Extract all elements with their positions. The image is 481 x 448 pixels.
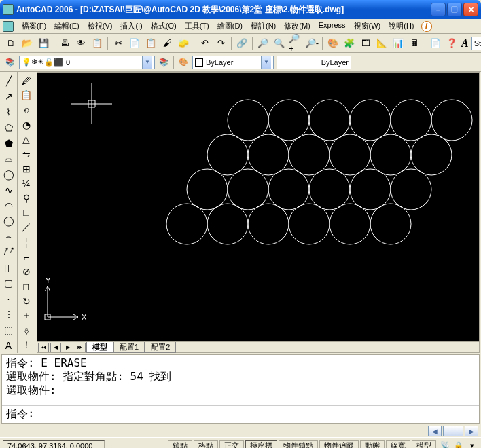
chevron-down-icon[interactable]: ▼ [142,56,152,69]
draw-tool[interactable]: ⋮ [1,307,16,321]
menu-item[interactable]: 編輯(E) [50,20,84,33]
toolbar-button[interactable]: 🔗 [234,36,249,51]
color-combo[interactable]: ByLayer ▼ [192,56,274,69]
toolbar-button[interactable]: 🧽 [176,36,191,51]
toolbar-button[interactable]: ↶ [197,36,212,51]
color-icon[interactable]: 🎨 [176,55,191,70]
toolbar-button[interactable]: 📄 [127,36,142,51]
modify-tool[interactable]: ⚲ [19,191,34,205]
toolbar-button[interactable]: 🗋 [3,36,18,51]
modify-tool[interactable]: ⊓ [19,280,34,293]
draw-tool[interactable]: ↗ [1,90,16,104]
lock-icon[interactable]: 🔒 [452,440,465,449]
textstyle-combo[interactable]: Stand [471,37,481,50]
toolbar-button[interactable]: 🖌 [160,36,175,51]
modify-tool[interactable]: ⊞ [19,162,34,176]
coordinates-display[interactable]: 74.0643, 97.3164, 0.0000 [3,440,105,449]
maximize-button[interactable]: ☐ [447,3,462,16]
toolbar-button[interactable]: 🔎- [304,36,319,51]
toolbar-button[interactable]: 📋 [90,36,105,51]
menu-item[interactable]: 修改(M) [280,20,315,33]
help-icon[interactable]: i [421,21,432,32]
menu-item[interactable]: 檔案(F) [18,20,50,33]
status-toggle[interactable]: 線寬 [386,440,410,449]
toolbar-button[interactable]: 🔍 [272,36,287,51]
draw-tool[interactable]: ∿ [1,183,16,197]
toolbar-button[interactable]: 📄 [428,36,443,51]
modify-tool[interactable]: △ [19,133,34,147]
modify-tool[interactable]: ⌐ [19,250,34,264]
scroll-right-icon[interactable]: ▶ [465,426,478,436]
modify-tool[interactable]: □ [19,206,34,220]
modify-tool[interactable]: ⊘ [19,265,34,279]
toolbar-button[interactable]: 🔎+ [288,36,303,51]
draw-tool[interactable]: ⌓ [1,151,16,166]
modify-tool[interactable]: ／ [19,221,34,234]
toolbar-button[interactable]: 🖶 [57,36,72,51]
status-toggle[interactable]: 正交 [219,440,244,449]
modify-tool[interactable]: ⎀ [19,324,34,337]
menu-item[interactable]: 說明(H) [385,20,418,33]
toolbar-button[interactable]: 🖩 [407,36,422,51]
draw-tool[interactable]: A [1,338,16,352]
command-input-row[interactable]: 指令: [2,406,479,423]
toolbar-button[interactable]: 📊 [391,36,406,51]
draw-tool[interactable]: · [1,291,16,305]
status-toggle[interactable]: 動態 [360,440,385,449]
layout-tab[interactable]: 模型 [86,342,113,353]
tab-prev-icon[interactable]: ◀ [50,343,61,352]
draw-tool[interactable]: ╱ [1,74,16,88]
status-toggle[interactable]: 格點 [194,440,218,449]
modify-tool[interactable]: 📋 [19,89,34,102]
status-toggle[interactable]: 模型 [412,440,436,449]
menu-item[interactable]: 繪圖(D) [213,20,247,33]
draw-tool[interactable]: ◯ [1,214,16,228]
modify-tool[interactable]: ＋ [19,309,34,322]
draw-tool[interactable]: ◯ [1,167,16,181]
linetype-combo[interactable]: ByLayer [277,56,351,69]
menu-item[interactable]: 格式(O) [147,20,181,33]
draw-tool[interactable]: ⬚ [1,322,16,337]
toolbar-button[interactable]: 👁 [73,36,88,51]
layout-tab[interactable]: 配置2 [145,342,176,353]
tab-last-icon[interactable]: ⏭ [75,343,86,352]
draw-tool[interactable]: ⌇ [1,105,16,119]
modify-tool[interactable]: ！ [19,339,34,352]
modify-tool[interactable]: ⇋ [19,147,34,161]
menu-item[interactable]: 視窗(W) [350,20,385,33]
draw-tool[interactable]: ⌰ [1,245,16,259]
menu-item[interactable]: 插入(I) [116,20,146,33]
drawing-canvas[interactable] [37,73,479,341]
status-toggle[interactable]: 極座標 [245,440,277,449]
modify-tool[interactable]: 🖉 [19,74,34,88]
toolbar-button[interactable]: 📂 [20,36,35,51]
layer-prev-icon[interactable]: 📚 [156,55,171,70]
toolbar-button[interactable]: 🎨 [325,36,340,51]
status-toggle[interactable]: 物件鎖點 [279,440,318,449]
menu-item[interactable]: 標註(N) [247,20,280,33]
menu-item[interactable]: Express [315,20,350,33]
layer-manager-icon[interactable]: 📚 [3,55,18,70]
toolbar-button[interactable]: 📋 [143,36,158,51]
modify-tool[interactable]: ↻ [19,295,34,308]
toolbar-button[interactable]: ↷ [213,36,228,51]
toolbar-button[interactable]: 🔎 [255,36,270,51]
draw-tool[interactable]: ⬟ [1,136,16,151]
modify-tool[interactable]: ⎌ [19,103,34,117]
draw-tool[interactable]: ◠ [1,198,16,212]
modify-tool[interactable]: ¼ [19,176,34,190]
menu-item[interactable]: 檢視(V) [84,20,117,33]
close-button[interactable]: ✕ [463,3,478,16]
textstyle-icon[interactable]: A [461,36,469,51]
toolbar-button[interactable]: 💾 [36,36,51,51]
tab-first-icon[interactable]: ⏮ [38,343,49,352]
scroll-left-icon[interactable]: ◀ [428,426,442,436]
draw-tool[interactable]: ▢ [1,276,16,291]
modify-tool[interactable]: ¦ [19,236,34,249]
toolbar-button[interactable]: ❓ [444,36,459,51]
modify-tool[interactable]: ◔ [19,118,34,132]
status-toggle[interactable]: 物件追蹤 [319,440,359,449]
draw-tool[interactable]: ⬠ [1,121,16,135]
chevron-down-icon[interactable]: ▼ [261,56,271,69]
comm-icon[interactable]: 📡 [439,440,451,449]
